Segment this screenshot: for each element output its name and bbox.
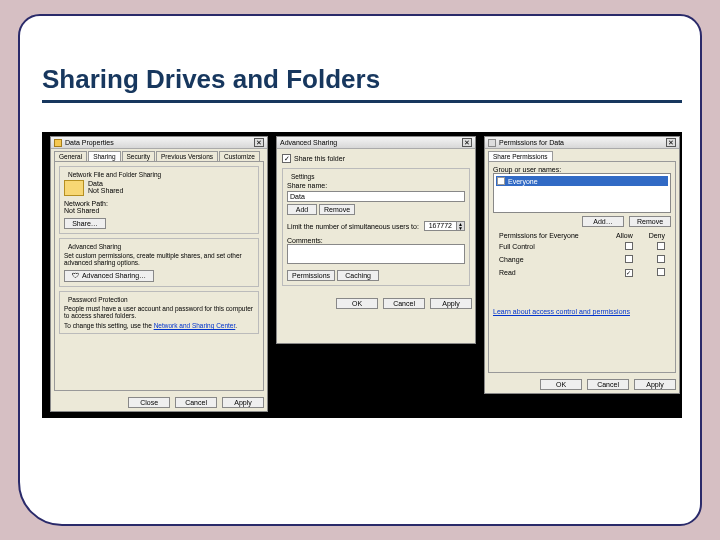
- link-network-sharing-center[interactable]: Network and Sharing Center: [154, 322, 236, 329]
- close-button[interactable]: Close: [128, 397, 170, 408]
- comments-input[interactable]: [287, 244, 465, 264]
- checkbox-full-deny[interactable]: [657, 242, 665, 250]
- window-permissions: Permissions for Data ✕ Share Permissions…: [484, 136, 680, 394]
- group-advanced-sharing: Advanced Sharing Set custom permissions,…: [59, 238, 259, 287]
- network-path: Not Shared: [64, 207, 254, 214]
- title-rule: [42, 100, 682, 103]
- ok-button[interactable]: OK: [336, 298, 378, 309]
- limit-users-label: Limit the number of simultaneous users t…: [287, 223, 420, 230]
- list-item[interactable]: Everyone: [496, 176, 668, 186]
- share-button[interactable]: Share…: [64, 218, 106, 229]
- permissions-button[interactable]: Permissions: [287, 270, 335, 281]
- password-change-text: To change this setting, use the: [64, 322, 154, 329]
- tab-customize[interactable]: Customize: [219, 151, 260, 161]
- window-title: Permissions for Data: [499, 139, 666, 146]
- password-desc: People must have a user account and pass…: [64, 305, 254, 319]
- close-icon[interactable]: ✕: [254, 138, 264, 147]
- row-read: Read: [495, 267, 604, 278]
- window-title: Data Properties: [65, 139, 254, 146]
- add-share-button[interactable]: Add: [287, 204, 317, 215]
- advanced-sharing-button[interactable]: 🛡Advanced Sharing…: [64, 270, 154, 282]
- window-data-properties: Data Properties ✕ General Sharing Securi…: [50, 136, 268, 412]
- col-allow: Allow: [606, 232, 637, 239]
- permissions-table: Permissions for Everyone Allow Deny Full…: [493, 230, 671, 280]
- col-deny: Deny: [639, 232, 669, 239]
- tab-general[interactable]: General: [54, 151, 87, 161]
- checkbox-read-allow[interactable]: ✓: [625, 269, 633, 277]
- comments-label: Comments:: [287, 237, 465, 244]
- tab-previous-versions[interactable]: Previous Versions: [156, 151, 218, 161]
- cancel-button[interactable]: Cancel: [587, 379, 629, 390]
- tab-sharing[interactable]: Sharing: [88, 151, 120, 161]
- group-settings: Settings Share name: Data Add Remove Lim…: [282, 168, 470, 286]
- advanced-desc: Set custom permissions, create multiple …: [64, 252, 254, 266]
- window-advanced-sharing: Advanced Sharing ✕ ✓Share this folder Se…: [276, 136, 476, 344]
- page-title: Sharing Drives and Folders: [42, 64, 380, 95]
- apply-button[interactable]: Apply: [430, 298, 472, 309]
- remove-user-button[interactable]: Remove: [629, 216, 671, 227]
- caching-button[interactable]: Caching: [337, 270, 379, 281]
- apply-button[interactable]: Apply: [634, 379, 676, 390]
- remove-share-button[interactable]: Remove: [319, 204, 355, 215]
- user-icon: [497, 177, 505, 185]
- group-password-protection: Password Protection People must have a u…: [59, 291, 259, 334]
- ok-button[interactable]: OK: [540, 379, 582, 390]
- group-label: Advanced Sharing: [66, 243, 123, 250]
- share-status: Not Shared: [88, 187, 123, 194]
- group-label: Settings: [289, 173, 317, 180]
- row-full-control: Full Control: [495, 241, 604, 252]
- titlebar: Advanced Sharing ✕: [277, 137, 475, 149]
- group-label: Network File and Folder Sharing: [66, 171, 163, 178]
- row-change: Change: [495, 254, 604, 265]
- permissions-for-label: Permissions for Everyone: [495, 232, 604, 239]
- add-user-button[interactable]: Add…: [582, 216, 624, 227]
- group-label: Password Protection: [66, 296, 130, 303]
- window-title: Advanced Sharing: [280, 139, 462, 146]
- share-this-folder-checkbox[interactable]: ✓Share this folder: [282, 154, 470, 163]
- share-name: Data: [88, 180, 123, 187]
- share-name-label: Share name:: [287, 182, 465, 189]
- checkbox-change-deny[interactable]: [657, 255, 665, 263]
- user-list[interactable]: Everyone: [493, 173, 671, 213]
- cancel-button[interactable]: Cancel: [383, 298, 425, 309]
- network-path-label: Network Path:: [64, 200, 254, 207]
- apply-button[interactable]: Apply: [222, 397, 264, 408]
- group-network-sharing: Network File and Folder Sharing Data Not…: [59, 166, 259, 234]
- window-icon: [488, 139, 496, 147]
- folder-icon: [54, 139, 62, 147]
- tab-security[interactable]: Security: [122, 151, 155, 161]
- checkbox-change-allow[interactable]: [625, 255, 633, 263]
- limit-users-spinner[interactable]: 167772 ▲▼: [424, 221, 465, 231]
- group-user-names-label: Group or user names:: [493, 166, 671, 173]
- titlebar: Data Properties ✕: [51, 137, 267, 149]
- checkbox-full-allow[interactable]: [625, 242, 633, 250]
- close-icon[interactable]: ✕: [666, 138, 676, 147]
- link-learn-permissions[interactable]: Learn about access control and permissio…: [493, 308, 630, 315]
- cancel-button[interactable]: Cancel: [175, 397, 217, 408]
- titlebar: Permissions for Data ✕: [485, 137, 679, 149]
- folder-icon: [64, 180, 84, 196]
- close-icon[interactable]: ✕: [462, 138, 472, 147]
- checkbox-read-deny[interactable]: [657, 268, 665, 276]
- share-name-input[interactable]: Data: [287, 191, 465, 202]
- tab-share-permissions[interactable]: Share Permissions: [488, 151, 553, 161]
- chevron-down-icon[interactable]: ▼: [456, 226, 464, 230]
